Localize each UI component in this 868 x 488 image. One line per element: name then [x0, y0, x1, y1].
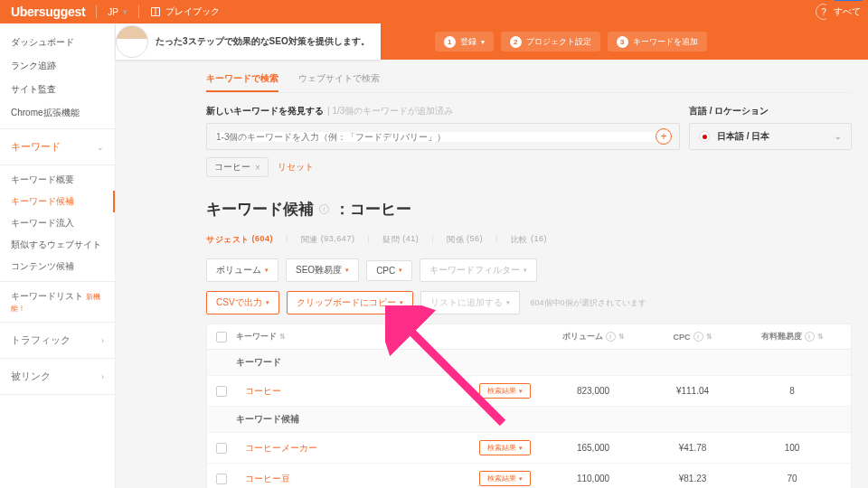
- subtab-related[interactable]: 関連 (93,647): [301, 234, 355, 246]
- row-checkbox[interactable]: [216, 443, 227, 454]
- tab-website-search[interactable]: ウェブサイトで検索: [298, 72, 380, 92]
- selection-count: 604個中0個が選択されています: [531, 297, 646, 309]
- keyword-link[interactable]: コーヒー豆: [236, 473, 479, 485]
- tab-keyword-search[interactable]: キーワードで検索: [206, 72, 278, 92]
- sidebar-section-backlinks[interactable]: 被リンク›: [0, 362, 115, 390]
- all-button[interactable]: すべて: [826, 0, 868, 23]
- table-row: コーヒー豆 検索結果▾ 110,000 ¥81.23 70: [207, 464, 851, 488]
- sidebar-item-dashboard[interactable]: ダッシュボード: [0, 31, 115, 54]
- page-title: キーワード候補i：コーヒー: [206, 199, 852, 220]
- keyword-link[interactable]: コーヒーメーカー: [236, 442, 479, 455]
- group-suggestions: キーワード候補: [207, 407, 851, 433]
- search-sublabel: | 1/3個のキーワードが追加済み: [327, 106, 453, 116]
- serp-badge[interactable]: 検索結果▾: [479, 440, 531, 455]
- sort-icon: ⇅: [279, 333, 286, 341]
- chevron-down-icon: ⌄: [97, 143, 104, 152]
- export-csv-button[interactable]: CSVで出力▾: [206, 291, 279, 314]
- chevron-right-icon: ›: [101, 372, 104, 381]
- sidebar-section-traffic[interactable]: トラフィック›: [0, 326, 115, 354]
- lang-switch[interactable]: JP ▾: [108, 7, 127, 17]
- sidebar-item-rank[interactable]: ランク追跡: [0, 54, 115, 78]
- subtab-questions[interactable]: 疑問 (41): [382, 234, 419, 246]
- book-icon: [150, 6, 161, 17]
- playbook-link[interactable]: プレイブック: [150, 5, 220, 18]
- cell-diff: 8: [742, 386, 842, 396]
- sidebar-sub-overview[interactable]: キーワード概要: [0, 169, 115, 191]
- info-icon[interactable]: i: [805, 332, 815, 342]
- reset-link[interactable]: リセット: [278, 161, 314, 174]
- results-table: キーワード⇅ ボリュームi⇅ CPCi⇅ 有料難易度i⇅ キーワード コーヒー …: [206, 324, 852, 488]
- subtab-comparisons[interactable]: 比較 (16): [511, 234, 547, 246]
- col-difficulty[interactable]: 有料難易度i⇅: [742, 331, 842, 343]
- col-keyword[interactable]: キーワード⇅: [236, 331, 543, 343]
- filter-keyword[interactable]: キーワードフィルター▾: [420, 258, 537, 282]
- sidebar-keyword-list[interactable]: キーワードリスト新機能！: [0, 286, 115, 318]
- cell-volume: 823,000: [543, 386, 643, 396]
- sidebar-item-chrome[interactable]: Chrome拡張機能: [0, 101, 115, 125]
- add-keyword-button[interactable]: +: [656, 128, 672, 145]
- table-row: コーヒー 検索結果▾ 823,000 ¥111.04 8: [207, 376, 851, 407]
- search-label: 新しいキーワードを発見する: [206, 106, 324, 116]
- copy-clipboard-button[interactable]: クリップボードにコピー▾: [287, 291, 413, 314]
- serp-badge[interactable]: 検索結果▾: [479, 383, 531, 399]
- sidebar: ダッシュボード ランク追跡 サイト監査 Chrome拡張機能 キーワード⌄ キー…: [0, 23, 116, 488]
- keyword-link[interactable]: コーヒー: [236, 385, 479, 398]
- lang-label: 言語 / ロケーション: [689, 106, 769, 116]
- group-keyword: キーワード: [207, 350, 851, 376]
- filter-volume[interactable]: ボリューム▾: [206, 258, 278, 282]
- add-to-list-button[interactable]: リストに追加する▾: [420, 291, 520, 314]
- serp-badge[interactable]: 検索結果▾: [479, 471, 531, 486]
- step-register[interactable]: 1登録▾: [435, 32, 494, 52]
- sidebar-sub-similar[interactable]: 類似するウェブサイト: [0, 234, 115, 256]
- keyword-chip[interactable]: コーヒー×: [206, 157, 269, 177]
- lang-select[interactable]: 日本語 / 日本 ⌄: [689, 123, 852, 150]
- row-checkbox[interactable]: [216, 386, 227, 397]
- sidebar-sub-ideas[interactable]: キーワード候補: [0, 191, 115, 212]
- subtab-suggest[interactable]: サジェスト (604): [206, 234, 273, 246]
- col-volume[interactable]: ボリュームi⇅: [543, 331, 643, 343]
- sidebar-item-audit[interactable]: サイト監査: [0, 78, 115, 101]
- info-icon[interactable]: i: [319, 204, 329, 214]
- sidebar-sub-content[interactable]: コンテンツ候補: [0, 256, 115, 277]
- row-checkbox[interactable]: [216, 474, 227, 484]
- sidebar-sub-traffic[interactable]: キーワード流入: [0, 212, 115, 234]
- sidebar-section-keyword[interactable]: キーワード⌄: [0, 133, 115, 161]
- jp-flag-icon: [699, 131, 710, 142]
- chevron-right-icon: ›: [101, 336, 104, 345]
- info-icon[interactable]: i: [693, 332, 703, 342]
- subtab-prepositions[interactable]: 関係 (56): [447, 234, 483, 246]
- step-text: たった3ステップで効果的なSEO対策を提供します。: [156, 35, 370, 48]
- logo[interactable]: Ubersuggest: [11, 5, 85, 19]
- close-icon[interactable]: ×: [255, 163, 260, 173]
- filter-cpc[interactable]: CPC▾: [366, 260, 412, 281]
- avatar: [116, 25, 148, 58]
- cell-cpc: ¥111.04: [643, 386, 742, 396]
- chevron-down-icon: ⌄: [835, 132, 842, 141]
- beta-badge: BETA: [834, 0, 863, 1]
- filter-seo[interactable]: SEO難易度▾: [286, 258, 359, 282]
- keyword-input[interactable]: [216, 132, 670, 142]
- step-project[interactable]: 2プロジェクト設定: [501, 32, 600, 52]
- info-icon[interactable]: i: [606, 332, 616, 342]
- select-all-checkbox[interactable]: [216, 332, 227, 343]
- col-cpc[interactable]: CPCi⇅: [643, 332, 742, 342]
- table-row: コーヒーメーカー 検索結果▾ 165,000 ¥41.78 100: [207, 433, 851, 464]
- step-add-keyword[interactable]: 3キーワードを追加: [608, 32, 707, 52]
